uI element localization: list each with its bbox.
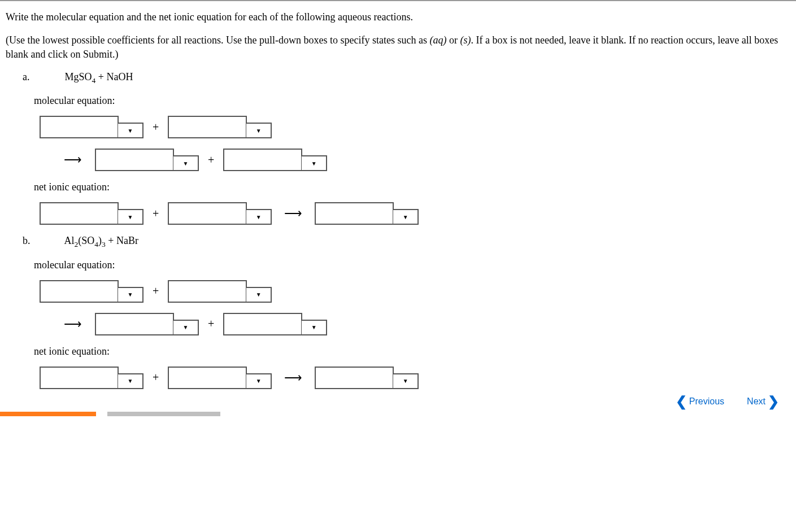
- reactant-1-formula-b[interactable]: [40, 280, 119, 303]
- molecular-products-b: ⟶ +: [6, 313, 790, 335]
- molecular-products-a: ⟶ +: [6, 149, 790, 171]
- problem-letter-a: a.: [23, 71, 62, 83]
- problem-b: b. Al2(SO4)3 + NaBr molecular equation: …: [6, 235, 790, 389]
- ni-reactant-2-state-b[interactable]: [246, 373, 272, 389]
- reactant-2-formula-b[interactable]: [168, 280, 247, 303]
- molecular-reactants-b: +: [6, 280, 790, 303]
- bar-segment-gray: [107, 412, 220, 416]
- product-2-formula-a[interactable]: [223, 149, 302, 171]
- chevron-right-icon: ❯: [768, 394, 779, 409]
- previous-label: Previous: [689, 396, 724, 407]
- ni-product-1-formula-b[interactable]: [315, 367, 394, 389]
- molecular-label-b: molecular equation:: [6, 259, 790, 271]
- bar-segment-orange: [0, 412, 96, 416]
- ni-reactant-2-formula-b[interactable]: [168, 367, 247, 389]
- product-1-state-a[interactable]: [173, 155, 199, 171]
- netionic-row-b: + ⟶: [6, 367, 790, 389]
- product-2-state-a[interactable]: [301, 155, 327, 171]
- reaction-arrow: ⟶: [276, 206, 310, 221]
- next-label: Next: [747, 396, 765, 407]
- instruction-line-1: Write the molecular equation and the net…: [6, 10, 790, 24]
- plus-sign: +: [148, 371, 163, 384]
- reaction-arrow: ⟶: [62, 317, 90, 332]
- nav-bar: ❮ Previous Next ❯: [676, 394, 779, 409]
- ni-reactant-2-state-a[interactable]: [246, 209, 272, 225]
- reactant-2-state-a[interactable]: [246, 123, 272, 138]
- molecular-label-a: molecular equation:: [6, 95, 790, 107]
- product-1-formula-b[interactable]: [95, 313, 174, 335]
- netionic-row-a: + ⟶: [6, 202, 790, 225]
- ni-reactant-1-formula-a[interactable]: [40, 202, 119, 225]
- reactant-2-state-b[interactable]: [246, 287, 272, 303]
- molecular-reactants-a: +: [6, 116, 790, 138]
- plus-sign: +: [148, 285, 163, 298]
- reactant-1-formula-a[interactable]: [40, 116, 119, 138]
- reactant-1-state-a[interactable]: [118, 123, 143, 138]
- ni-reactant-1-state-a[interactable]: [118, 209, 143, 225]
- problem-letter-b: b.: [23, 235, 62, 247]
- product-1-formula-a[interactable]: [95, 149, 174, 171]
- ni-reactant-1-state-b[interactable]: [118, 373, 143, 389]
- netionic-label-b: net ionic equation:: [6, 346, 790, 357]
- plus-sign: +: [203, 154, 219, 167]
- formula-a: MgSO4 + NaOH: [65, 71, 133, 82]
- chevron-left-icon: ❮: [676, 394, 687, 409]
- product-2-state-b[interactable]: [301, 320, 327, 335]
- instruction-line-2: (Use the lowest possible coefficients fo…: [6, 33, 790, 62]
- reactant-1-state-b[interactable]: [118, 287, 143, 303]
- netionic-label-a: net ionic equation:: [6, 181, 790, 193]
- plus-sign: +: [203, 317, 219, 330]
- ni-product-1-formula-a[interactable]: [315, 202, 394, 225]
- next-button[interactable]: Next ❯: [747, 394, 779, 409]
- ni-reactant-1-formula-b[interactable]: [40, 367, 119, 389]
- ni-reactant-2-formula-a[interactable]: [168, 202, 247, 225]
- product-1-state-b[interactable]: [173, 320, 199, 335]
- ni-product-1-state-b[interactable]: [393, 373, 419, 389]
- plus-sign: +: [148, 207, 163, 220]
- plus-sign: +: [148, 121, 163, 134]
- reaction-arrow: ⟶: [62, 152, 90, 167]
- bottom-progress-bar: [0, 412, 796, 416]
- reaction-arrow: ⟶: [276, 370, 310, 385]
- previous-button[interactable]: ❮ Previous: [676, 394, 724, 409]
- reactant-2-formula-a[interactable]: [168, 116, 247, 138]
- product-2-formula-b[interactable]: [223, 313, 302, 335]
- formula-b: Al2(SO4)3 + NaBr: [64, 235, 138, 246]
- problem-a: a. MgSO4 + NaOH molecular equation: + ⟶ …: [6, 71, 790, 225]
- ni-product-1-state-a[interactable]: [393, 209, 419, 225]
